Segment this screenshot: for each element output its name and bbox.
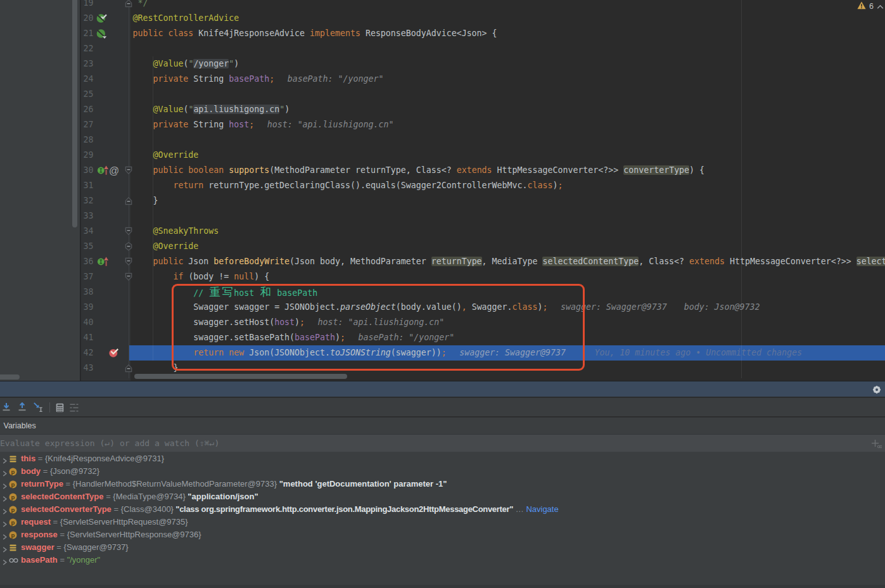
svg-text:p: p [11, 468, 15, 475]
fold-start-marker[interactable] [125, 227, 132, 238]
line-number[interactable]: 31 [81, 178, 94, 193]
variable-name: swagger [21, 542, 54, 552]
variable-row-response[interactable]: presponse = {ServletServerHttpResponse@9… [0, 528, 885, 541]
svg-text:p: p [11, 532, 15, 539]
variable-string-value: "method 'getDocumentation' parameter -1" [277, 479, 447, 489]
variable-row-this[interactable]: this = {Knife4jResponseAdvice@9731} [0, 452, 885, 465]
code-line-23[interactable]: @Value("/yonger") [133, 56, 239, 72]
variable-reference: {Json@9732} [50, 466, 99, 476]
line-number[interactable]: 28 [81, 132, 94, 148]
code-line-20[interactable]: @RestControllerAdvice [133, 11, 239, 26]
line-number[interactable]: 23 [81, 56, 94, 72]
line-number[interactable]: 19 [81, 0, 94, 11]
line-number[interactable]: 25 [81, 87, 94, 102]
spring-bean-check-icon[interactable] [96, 13, 108, 27]
line-number[interactable]: 34 [81, 224, 94, 239]
line-number[interactable]: 21 [81, 26, 94, 41]
variable-row-swagger[interactable]: swagger = {Swagger@9737} [0, 541, 885, 554]
code-line-19[interactable]: */ [133, 0, 148, 11]
line-number[interactable]: 39 [81, 300, 94, 315]
code-editor[interactable]: 19 */20@RestControllerAdvice21public cla… [81, 0, 885, 381]
fold-both-marker[interactable] [125, 242, 132, 253]
equals-sign: = [111, 504, 121, 514]
implements-method-icon[interactable] [97, 256, 118, 270]
variable-row-body[interactable]: pbody = {Json@9732} [0, 465, 885, 478]
expand-chevron-icon[interactable] [2, 557, 8, 570]
variable-name: response [21, 530, 58, 539]
line-number[interactable]: 37 [81, 269, 94, 284]
line-number[interactable]: 29 [81, 148, 94, 163]
code-line-37[interactable]: if (body != null) { [133, 269, 270, 284]
step-out-icon[interactable] [18, 402, 27, 414]
fold-start-marker[interactable] [125, 257, 132, 269]
variable-row-selectedConverterType[interactable]: pselectedConverterType = {Class@3400} "c… [0, 503, 885, 516]
line-number[interactable]: 38 [81, 284, 94, 300]
line-number[interactable]: 40 [81, 315, 94, 330]
warning-icon [857, 1, 866, 12]
variable-row-returnType[interactable]: preturnType = {HandlerMethod$ReturnValue… [0, 478, 885, 490]
line-number[interactable]: 26 [81, 102, 94, 117]
variables-tree[interactable]: this = {Knife4jResponseAdvice@9731} pbod… [0, 452, 885, 585]
run-to-cursor-icon[interactable] [34, 402, 44, 415]
code-line-24[interactable]: private String basePath;basePath: "/yong… [133, 72, 384, 87]
fold-start-marker[interactable] [125, 166, 132, 177]
implements-method-icon[interactable]: @ [97, 165, 118, 179]
line-number[interactable]: 35 [81, 239, 94, 254]
variables-tab[interactable]: Variables [0, 417, 885, 434]
variable-reference: {Class@3400} [121, 504, 174, 514]
line-number[interactable]: 22 [81, 41, 94, 56]
line-number[interactable]: 27 [81, 117, 94, 132]
line-number[interactable]: 41 [81, 330, 94, 345]
variable-name: selectedContentType [21, 492, 104, 501]
ellipsis: … [513, 504, 526, 514]
editor-horizontal-scrollbar[interactable] [134, 374, 347, 379]
variable-reference: {MediaType@9734} [113, 492, 185, 501]
add-watch-icon[interactable] [871, 439, 882, 451]
line-number[interactable]: 42 [81, 345, 94, 361]
code-line-34[interactable]: @SneakyThrows [133, 224, 219, 239]
navigate-link[interactable]: Navigate [526, 504, 558, 514]
breakpoint-verified-icon[interactable] [109, 348, 120, 361]
line-number[interactable]: 20 [81, 11, 94, 26]
chevron-up-icon[interactable] [877, 1, 884, 12]
line-number[interactable]: 43 [81, 361, 94, 376]
equals-sign: = [51, 517, 60, 527]
code-line-31[interactable]: return returnType.getDeclaringClass().eq… [133, 178, 563, 193]
equals-sign: = [58, 555, 67, 565]
debugger-inline-hint: host: "api.liushigong.cn" [267, 120, 394, 129]
calculator-icon[interactable] [56, 403, 64, 415]
hard-wrap-guide [741, 0, 742, 378]
evaluate-placeholder: Evaluate expression (↵) or add a watch (… [0, 435, 219, 452]
variable-row-request[interactable]: prequest = {ServletServerHttpRequest@973… [0, 516, 885, 528]
line-number[interactable]: 36 [81, 254, 94, 269]
svg-text:p: p [11, 494, 15, 501]
inspections-widget[interactable]: 6 [857, 1, 884, 11]
step-into-icon[interactable] [2, 402, 11, 414]
code-line-21[interactable]: public class Knife4jResponseAdvice imple… [133, 26, 497, 41]
project-panel-vertical-scrollbar[interactable] [72, 0, 77, 227]
code-line-27[interactable]: private String host;host: "api.liushigon… [133, 117, 394, 132]
variable-row-selectedContentType[interactable]: pselectedContentType = {MediaType@9734} … [0, 490, 885, 503]
fold-end-marker[interactable] [125, 364, 132, 375]
code-line-35[interactable]: @Override [133, 239, 199, 254]
line-number[interactable]: 32 [81, 193, 94, 208]
variable-name: body [21, 466, 41, 476]
fold-start-marker[interactable] [125, 272, 132, 284]
variable-name: selectedConverterType [21, 504, 111, 514]
code-line-29[interactable]: @Override [133, 148, 199, 163]
line-number[interactable]: 24 [81, 72, 94, 87]
code-line-30[interactable]: public boolean supports(MethodParameter … [133, 163, 705, 178]
fold-end-marker[interactable] [125, 0, 132, 10]
gear-icon[interactable] [872, 385, 881, 397]
spring-bean-icon[interactable] [96, 29, 108, 42]
evaluate-expression-input[interactable]: Evaluate expression (↵) or add a watch (… [0, 434, 885, 452]
project-panel-horizontal-scrollbar[interactable] [0, 374, 20, 380]
code-line-26[interactable]: @Value("api.liushigong.cn") [133, 102, 290, 117]
code-line-36[interactable]: public Json beforeBodyWrite(Json body, M… [133, 254, 885, 269]
variable-row-basePath[interactable]: basePath = "/yonger" [0, 554, 885, 566]
code-line-32[interactable]: } [133, 193, 158, 208]
line-number[interactable]: 33 [81, 208, 94, 224]
layout-settings-icon[interactable] [70, 403, 79, 415]
line-number[interactable]: 30 [81, 163, 94, 178]
fold-end-marker[interactable] [125, 196, 132, 208]
